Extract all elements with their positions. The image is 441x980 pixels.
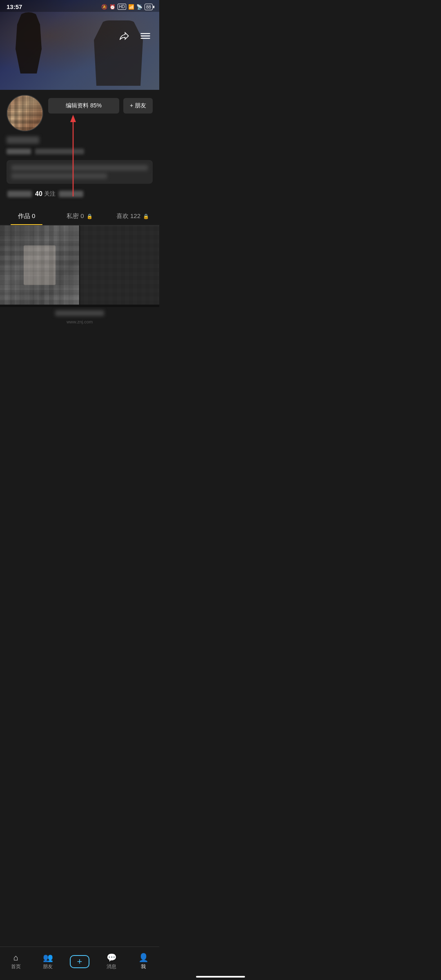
mute-icon: 🔕	[101, 4, 107, 10]
status-bar: 13:57 🔕 ⏰ HD 📶 📡 88	[0, 0, 159, 12]
followers-blur	[7, 191, 32, 197]
hd-badge: HD	[118, 4, 126, 10]
profile-section: 编辑资料 85% + 朋友 40 关注	[0, 90, 159, 204]
status-icons: 🔕 ⏰ HD 📶 📡 88	[101, 4, 153, 10]
watermark-text: www.znj.com	[67, 319, 93, 324]
following-stat[interactable]: 40 关注	[35, 190, 56, 198]
wifi-icon: 📡	[136, 4, 143, 10]
watermark: www.znj.com	[0, 316, 159, 327]
follow-stats: 40 关注	[7, 190, 153, 198]
likes-lock-icon: 🔒	[143, 214, 149, 219]
edit-profile-button[interactable]: 编辑资料 85%	[48, 98, 119, 114]
user-id-row	[7, 149, 153, 154]
content-tabs: 作品 0 私密 0 🔒 喜欢 122 🔒	[0, 207, 159, 225]
blurred-content-block	[7, 160, 153, 184]
blurred-line-2	[11, 173, 107, 179]
grid-item-1[interactable]	[0, 225, 79, 305]
add-friend-button[interactable]: + 朋友	[123, 98, 153, 114]
avatar[interactable]	[7, 95, 43, 131]
profile-buttons: 编辑资料 85% + 朋友	[48, 95, 153, 114]
username-blur	[7, 136, 39, 144]
grid-image-1	[0, 225, 79, 305]
tab-likes[interactable]: 喜欢 122 🔒	[106, 207, 159, 225]
tab-private[interactable]: 私密 0 🔒	[53, 207, 106, 225]
alarm-icon: ⏰	[109, 4, 116, 10]
other-stat-blur	[59, 191, 83, 197]
following-count: 40	[35, 190, 42, 198]
private-lock-icon: 🔒	[87, 214, 93, 219]
status-time: 13:57	[7, 3, 22, 10]
profile-top-row: 编辑资料 85% + 朋友	[7, 90, 153, 131]
figure-left	[12, 12, 45, 74]
user-id-blur	[7, 149, 31, 154]
battery-level: 88	[146, 4, 151, 9]
share-button[interactable]	[117, 29, 131, 43]
username-area	[7, 136, 153, 145]
avatar-wrapper	[7, 95, 43, 131]
battery-icon: 88	[145, 4, 153, 10]
following-label: 关注	[44, 190, 56, 198]
content-grid	[0, 225, 159, 307]
tab-works[interactable]: 作品 0	[0, 207, 53, 225]
tab-private-label: 私密 0	[67, 212, 84, 219]
blurred-caption	[0, 310, 159, 316]
user-info-blur	[35, 149, 84, 154]
menu-button[interactable]	[138, 29, 153, 43]
cover-image	[0, 0, 159, 90]
signal-icon: 📶	[128, 4, 134, 10]
top-actions	[117, 29, 153, 43]
blurred-line-1	[11, 165, 148, 171]
tab-likes-label: 喜欢 122	[116, 212, 140, 219]
tab-works-label: 作品 0	[18, 212, 36, 219]
grid-image-2	[80, 225, 159, 305]
grid-item-2[interactable]	[80, 225, 159, 305]
caption-blur	[55, 310, 104, 316]
